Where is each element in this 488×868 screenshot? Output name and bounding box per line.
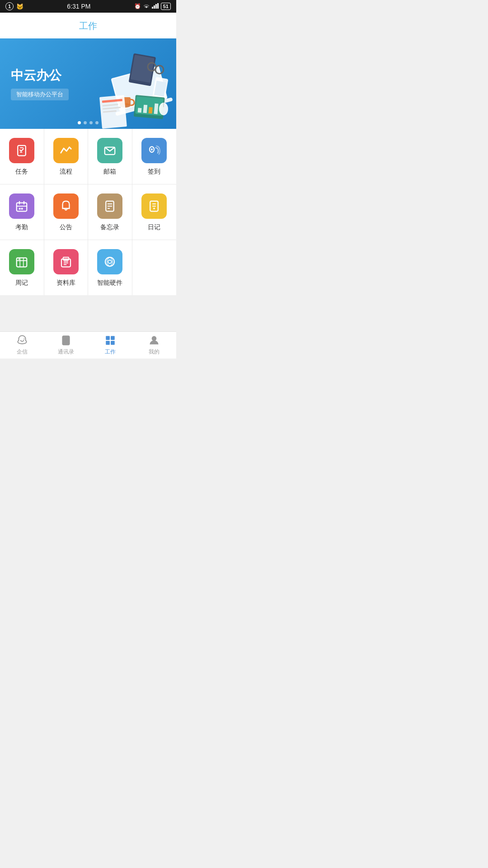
svg-rect-24 — [143, 105, 148, 113]
mail-label: 邮箱 — [103, 168, 116, 176]
nav-item-work[interactable]: 工作 — [88, 332, 132, 359]
banner: 中云办公 智能移动办公平台 — [0, 38, 176, 129]
grid-item-weekly[interactable]: 周 周记 — [0, 240, 44, 295]
dot-2 — [84, 121, 87, 124]
hardware-icon-box — [97, 249, 122, 274]
work-nav-label: 工作 — [105, 348, 116, 356]
svg-point-61 — [108, 260, 112, 264]
svg-rect-25 — [149, 107, 153, 114]
page-title: 工作 — [79, 21, 97, 31]
page-header: 工作 — [0, 13, 176, 38]
svg-rect-1 — [154, 5, 155, 9]
checkin-label: 签到 — [148, 168, 160, 176]
svg-rect-2 — [155, 4, 157, 9]
memo-icon-box — [97, 193, 122, 219]
svg-rect-35 — [17, 203, 27, 212]
notice-label: 公告 — [60, 223, 72, 231]
memo-label: 备忘录 — [100, 223, 119, 231]
content-spacer — [0, 295, 176, 331]
status-right: ⏰ 51 — [134, 3, 171, 10]
checkin-icon-box — [141, 138, 167, 163]
banner-dots — [78, 121, 99, 124]
signal-icon — [152, 3, 159, 10]
nav-item-enterprise[interactable]: 企信 — [0, 332, 44, 359]
svg-rect-67 — [111, 336, 115, 340]
svg-point-70 — [152, 336, 156, 340]
banner-subtitle: 智能移动办公平台 — [11, 89, 69, 100]
svg-rect-37 — [19, 208, 21, 210]
library-label: 资料库 — [56, 279, 75, 287]
process-label: 流程 — [60, 168, 72, 176]
contacts-icon — [60, 335, 72, 346]
bottom-navigation: 企信 通讯录 工作 — [0, 331, 176, 359]
nav-item-contacts[interactable]: 通讯录 — [44, 332, 89, 359]
grid-item-library[interactable]: 资料库 — [44, 240, 89, 295]
svg-point-34 — [151, 148, 153, 151]
banner-text: 中云办公 智能移动办公平台 — [11, 67, 69, 100]
enterprise-icon — [16, 335, 28, 346]
attendance-label: 考勤 — [15, 223, 28, 231]
grid-item-diary[interactable]: 日记 — [132, 184, 177, 240]
svg-rect-23 — [138, 108, 142, 113]
grid-item-mail[interactable]: 邮箱 — [88, 129, 132, 184]
work-icon — [104, 335, 116, 346]
mine-icon — [148, 335, 160, 346]
grid-row-3: 周 周记 资料库 — [0, 240, 176, 295]
wifi-icon — [143, 3, 150, 10]
grid-item-notice[interactable]: 公告 — [44, 184, 89, 240]
attendance-icon-box — [9, 193, 34, 219]
svg-line-11 — [155, 68, 156, 69]
banner-illustration — [72, 38, 176, 129]
grid-item-task[interactable]: 任务 — [0, 129, 44, 184]
grid-item-checkin[interactable]: 签到 — [132, 129, 177, 184]
weekly-label: 周记 — [15, 279, 28, 287]
diary-icon-box — [141, 193, 167, 219]
svg-text:周: 周 — [18, 258, 20, 260]
svg-rect-38 — [21, 208, 23, 210]
battery-indicator: 51 — [161, 3, 171, 10]
task-label: 任务 — [15, 168, 28, 176]
contacts-nav-label: 通讯录 — [58, 348, 74, 356]
dot-4 — [95, 121, 99, 124]
process-icon-box — [53, 138, 79, 163]
diary-label: 日记 — [148, 223, 160, 231]
dot-3 — [89, 121, 93, 124]
svg-rect-0 — [152, 7, 153, 9]
alarm-icon: ⏰ — [134, 3, 141, 9]
svg-rect-3 — [157, 3, 159, 9]
library-icon-box — [53, 249, 79, 274]
status-num-icon: 1 — [5, 2, 14, 10]
grid-item-attendance[interactable]: 考勤 — [0, 184, 44, 240]
banner-title: 中云办公 — [11, 67, 69, 84]
grid-row-1: 任务 流程 邮箱 — [0, 129, 176, 184]
nav-item-mine[interactable]: 我的 — [132, 332, 177, 359]
status-bar: 1 🐱 6:31 PM ⏰ 51 — [0, 0, 176, 13]
grid-empty-cell — [132, 240, 177, 295]
task-icon-box — [9, 138, 34, 163]
svg-point-49 — [153, 208, 155, 209]
notice-icon-box — [53, 193, 79, 219]
hardware-label: 智能硬件 — [97, 279, 122, 287]
app-grid: 任务 流程 邮箱 — [0, 129, 176, 295]
grid-item-memo[interactable]: 备忘录 — [88, 184, 132, 240]
status-icon-cat: 🐱 — [16, 3, 23, 10]
grid-item-process[interactable]: 流程 — [44, 129, 89, 184]
grid-item-hardware[interactable]: 智能硬件 — [88, 240, 132, 295]
dot-1 — [78, 121, 81, 124]
mail-icon-box — [97, 138, 122, 163]
enterprise-nav-label: 企信 — [17, 348, 28, 356]
svg-rect-8 — [131, 55, 155, 83]
mine-nav-label: 我的 — [149, 348, 160, 356]
svg-rect-68 — [106, 341, 110, 345]
status-left: 1 🐱 — [5, 2, 23, 10]
status-time: 6:31 PM — [67, 3, 90, 10]
weekly-icon-box: 周 — [9, 249, 34, 274]
svg-rect-66 — [106, 336, 110, 340]
grid-row-2: 考勤 公告 备忘录 — [0, 184, 176, 240]
svg-rect-69 — [111, 341, 115, 345]
